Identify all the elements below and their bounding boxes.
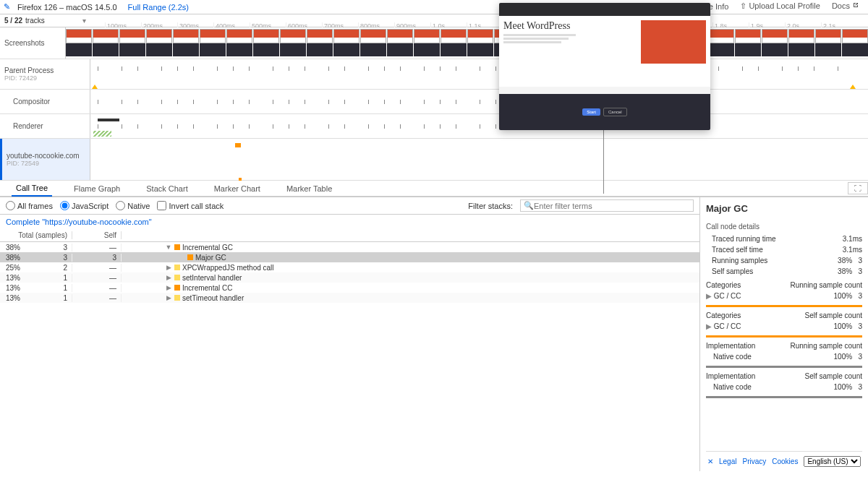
screenshot-thumb[interactable] bbox=[119, 43, 145, 56]
screenshot-thumb[interactable] bbox=[146, 29, 172, 43]
screenshot-thumb[interactable] bbox=[360, 43, 386, 56]
screenshot-thumb[interactable] bbox=[842, 43, 868, 56]
screenshot-thumb[interactable] bbox=[762, 29, 788, 43]
impl-self-bar bbox=[706, 396, 862, 398]
screenshot-thumb[interactable] bbox=[387, 29, 413, 43]
screenshot-thumb[interactable] bbox=[93, 29, 119, 43]
tree-row[interactable]: 38%3—▼Incremental GC bbox=[0, 242, 699, 252]
track-label-compositor[interactable]: Compositor bbox=[0, 90, 90, 113]
screenshot-thumb[interactable] bbox=[762, 43, 788, 56]
fullscreen-icon[interactable]: ⛶ bbox=[848, 182, 868, 194]
screenshot-thumb[interactable] bbox=[200, 43, 226, 56]
track-label-youtube[interactable]: youtube-nocookie.com PID: 72549 bbox=[0, 139, 90, 180]
screenshot-thumb[interactable] bbox=[333, 43, 359, 56]
screenshot-thumb[interactable] bbox=[842, 29, 868, 43]
detail-kv: Self samples38% 3 bbox=[706, 266, 862, 277]
upload-link[interactable]: ⇧ Upload Local Profile bbox=[740, 1, 820, 12]
filter-input[interactable]: 🔍 bbox=[520, 199, 694, 212]
tab-stack-chart[interactable]: Stack Chart bbox=[142, 181, 192, 196]
tree-row[interactable]: 13%1—▶setTimeout handler bbox=[0, 293, 699, 303]
tracks-selector[interactable]: 5 / 22 tracks ▾ bbox=[0, 17, 90, 25]
cookies-link[interactable]: Cookies bbox=[772, 457, 798, 465]
tree-row[interactable]: 25%2—▶XPCWrappedJS method call bbox=[0, 262, 699, 272]
screenshot-thumb[interactable] bbox=[280, 43, 306, 56]
renderer-track[interactable] bbox=[90, 114, 868, 138]
screenshot-thumb[interactable] bbox=[146, 43, 172, 56]
screenshot-thumb[interactable] bbox=[815, 43, 841, 56]
screenshot-thumb[interactable] bbox=[441, 43, 467, 56]
tree-row[interactable]: 13%1—▶Incremental CC bbox=[0, 283, 699, 293]
caret-down-icon: ▾ bbox=[82, 17, 90, 25]
screenshot-thumb[interactable] bbox=[387, 43, 413, 56]
tree-row[interactable]: 13%1—▶setInterval handler bbox=[0, 272, 699, 283]
screenshot-thumb[interactable] bbox=[66, 29, 92, 43]
profile-title[interactable]: Firefox 126 – macOS 14.5.0 bbox=[14, 3, 121, 12]
track-label-screenshots[interactable]: Screenshots bbox=[0, 27, 66, 59]
screenshot-thumb[interactable] bbox=[226, 43, 252, 56]
screenshot-thumb[interactable] bbox=[735, 29, 761, 43]
screenshot-thumb[interactable] bbox=[788, 43, 814, 56]
track-label-parent[interactable]: Parent Process PID: 72429 bbox=[0, 59, 90, 89]
screenshot-thumb[interactable] bbox=[414, 29, 440, 43]
filter-field[interactable] bbox=[534, 202, 690, 210]
screenshot-thumb[interactable] bbox=[119, 29, 145, 43]
screenshot-thumb[interactable] bbox=[307, 29, 333, 43]
tab-call-tree[interactable]: Call Tree bbox=[12, 181, 52, 197]
track-label-renderer[interactable]: Renderer bbox=[0, 114, 90, 138]
tab-marker-chart[interactable]: Marker Chart bbox=[210, 181, 265, 196]
screenshot-thumb[interactable] bbox=[280, 29, 306, 43]
screenshot-thumb[interactable] bbox=[253, 29, 279, 43]
transform-crumb[interactable]: Complete "https://youtube-nocookie.com" bbox=[0, 215, 699, 229]
screenshot-thumb[interactable] bbox=[200, 29, 226, 43]
compositor-track[interactable] bbox=[90, 90, 868, 113]
screenshot-thumb[interactable] bbox=[708, 43, 734, 56]
screenshot-thumb[interactable] bbox=[253, 43, 279, 56]
panel-tabs: Call Tree Flame Graph Stack Chart Marker… bbox=[0, 181, 868, 197]
call-tree[interactable]: 38%3—▼Incremental GC38%33Major GC25%2—▶X… bbox=[0, 242, 699, 303]
screenshot-thumb[interactable] bbox=[226, 29, 252, 43]
screenshot-preview: Meet WordPress Start Cancel bbox=[499, 3, 710, 130]
screenshot-thumb[interactable] bbox=[333, 29, 359, 43]
screenshots-track[interactable] bbox=[66, 27, 868, 59]
youtube-track[interactable] bbox=[90, 139, 868, 180]
tab-marker-table[interactable]: Marker Table bbox=[282, 181, 336, 196]
tab-flame-graph[interactable]: Flame Graph bbox=[69, 181, 124, 196]
docs-link[interactable]: Docs bbox=[832, 1, 859, 12]
screenshot-thumb[interactable] bbox=[307, 43, 333, 56]
screenshot-thumb[interactable] bbox=[441, 29, 467, 43]
close-icon[interactable]: ✕ bbox=[707, 457, 713, 465]
screenshot-thumb[interactable] bbox=[173, 29, 199, 43]
radio-javascript[interactable]: JavaScript bbox=[60, 201, 109, 210]
external-link-icon bbox=[852, 1, 859, 9]
col-total[interactable]: Total (samples) bbox=[0, 231, 72, 239]
checkbox-invert[interactable]: Invert call stack bbox=[157, 201, 224, 210]
detail-title: Major GC bbox=[706, 203, 862, 220]
screenshot-thumb[interactable] bbox=[173, 43, 199, 56]
screenshot-thumb[interactable] bbox=[708, 29, 734, 43]
screenshot-thumb[interactable] bbox=[467, 43, 493, 56]
radio-all-frames[interactable]: All frames bbox=[6, 201, 53, 210]
detail-kv: Traced running time3.1ms bbox=[706, 233, 862, 244]
screenshot-thumb[interactable] bbox=[93, 43, 119, 56]
range-link[interactable]: Full Range (2.2s) bbox=[128, 3, 189, 12]
tree-row[interactable]: 38%33Major GC bbox=[0, 252, 699, 262]
detail-section-callnode: Call node details bbox=[706, 220, 862, 233]
parent-track[interactable] bbox=[90, 59, 868, 89]
detail-kv: Traced self time3.1ms bbox=[706, 244, 862, 255]
detail-kv: Running samples38% 3 bbox=[706, 255, 862, 266]
edit-icon[interactable]: ✎ bbox=[0, 2, 14, 12]
screenshot-thumb[interactable] bbox=[467, 29, 493, 43]
search-icon: 🔍 bbox=[524, 201, 534, 210]
lang-select[interactable]: English (US) bbox=[804, 456, 861, 467]
radio-native[interactable]: Native bbox=[116, 201, 150, 210]
screenshot-thumb[interactable] bbox=[735, 43, 761, 56]
screenshot-thumb[interactable] bbox=[66, 43, 92, 56]
legal-link[interactable]: Legal bbox=[719, 457, 736, 465]
screenshot-thumb[interactable] bbox=[788, 29, 814, 43]
screenshot-thumb[interactable] bbox=[414, 43, 440, 56]
col-self[interactable]: Self bbox=[72, 231, 122, 239]
screenshot-thumb[interactable] bbox=[360, 29, 386, 43]
privacy-link[interactable]: Privacy bbox=[742, 457, 766, 465]
screenshot-thumb[interactable] bbox=[815, 29, 841, 43]
filter-stacks-label: Filter stacks: bbox=[468, 202, 513, 210]
